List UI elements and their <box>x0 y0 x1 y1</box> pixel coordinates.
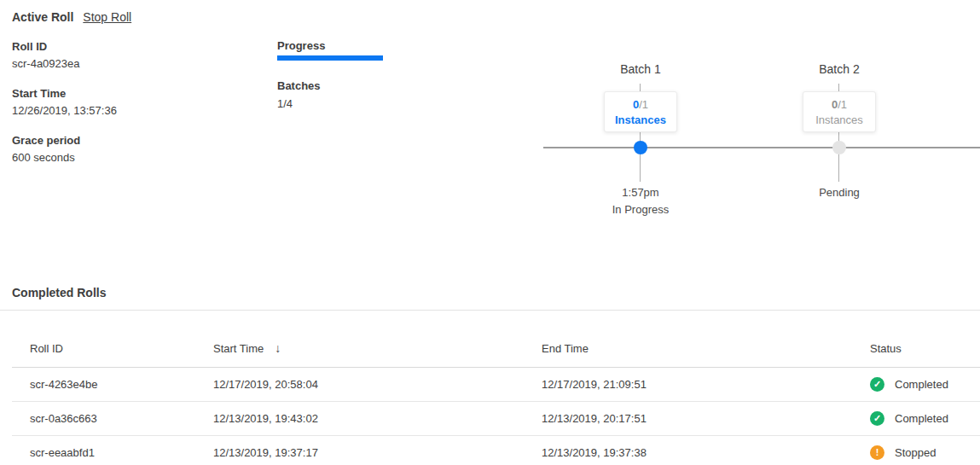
progress-bar-fill <box>277 55 383 61</box>
active-roll-header: Active Roll Stop Roll <box>12 10 131 24</box>
column-header-status: Status <box>870 342 980 355</box>
batches-value: 1/4 <box>277 96 383 113</box>
timeline-batch-2: Batch 2 0/1 Instances Pending <box>788 51 890 230</box>
roll-id-cell: scr-eeaabfd1 <box>30 446 213 459</box>
table-header-row: Roll ID Start Time ↓ End Time Status <box>12 311 980 368</box>
sort-descending-icon[interactable]: ↓ <box>275 341 281 355</box>
completed-rolls-section: Completed Rolls Roll ID Start Time ↓ End… <box>0 280 980 465</box>
progress-column: Progress Batches 1/4 <box>277 38 383 113</box>
status-cell: ! Stopped <box>870 445 980 460</box>
timeline-batch-1: Batch 1 0/1 Instances 1:57pm In Progress <box>589 51 692 230</box>
roll-id-value: scr-4a0923ea <box>12 55 117 73</box>
end-time-cell: 12/13/2019, 20:17:51 <box>542 412 870 425</box>
roll-id-label: Roll ID <box>12 38 117 55</box>
check-circle-icon: ✓ <box>870 411 884 426</box>
batch-2-tick <box>838 84 839 91</box>
batch-1-tick <box>640 84 641 91</box>
active-roll-title: Active Roll <box>12 10 73 24</box>
exclamation-circle-icon: ! <box>870 445 884 460</box>
batch-timeline: Batch 1 0/1 Instances 1:57pm In Progress… <box>543 51 980 230</box>
start-time-cell: 12/13/2019, 19:43:02 <box>213 412 542 425</box>
batch-2-instance-count: 0/1 <box>803 97 875 113</box>
batch-2-time: Pending <box>788 186 890 200</box>
batch-1-status: In Progress <box>589 203 692 217</box>
start-time-value: 12/26/2019, 13:57:36 <box>12 102 117 119</box>
column-header-end-time: End Time <box>542 342 870 355</box>
end-time-cell: 12/13/2019, 19:37:38 <box>542 446 870 459</box>
batch-2-instances-card[interactable]: 0/1 Instances <box>803 91 876 132</box>
batches-label: Batches <box>277 78 383 94</box>
batch-2-instances-label: Instances <box>803 113 875 128</box>
progress-label: Progress <box>277 38 383 54</box>
end-time-cell: 12/17/2019, 21:09:51 <box>542 378 870 391</box>
progress-bar <box>277 55 383 61</box>
table-row[interactable]: scr-4263e4be 12/17/2019, 20:58:04 12/17/… <box>12 368 980 402</box>
detail-roll-id: Roll ID scr-4a0923ea <box>12 38 117 73</box>
batch-1-instances-card[interactable]: 0/1 Instances <box>604 91 677 132</box>
status-cell: ✓ Completed <box>870 377 980 392</box>
start-time-cell: 12/13/2019, 19:37:17 <box>213 446 542 459</box>
status-label: Stopped <box>895 446 936 459</box>
grace-period-label: Grace period <box>12 132 117 149</box>
batch-1-instances-label: Instances <box>605 113 676 128</box>
grace-period-value: 600 seconds <box>12 149 117 166</box>
column-header-start-time[interactable]: Start Time ↓ <box>213 341 542 355</box>
completed-rolls-title: Completed Rolls <box>12 280 980 299</box>
roll-details: Roll ID scr-4a0923ea Start Time 12/26/20… <box>12 38 117 179</box>
stop-roll-link[interactable]: Stop Roll <box>83 10 131 24</box>
status-label: Completed <box>895 412 948 425</box>
batch-1-name: Batch 1 <box>589 62 692 76</box>
batch-2-node-dot[interactable] <box>832 141 846 154</box>
detail-grace-period: Grace period 600 seconds <box>12 132 117 166</box>
start-time-label: Start Time <box>12 85 117 102</box>
detail-start-time: Start Time 12/26/2019, 13:57:36 <box>12 85 117 119</box>
status-cell: ✓ Completed <box>870 411 980 426</box>
batch-2-stem <box>838 132 839 182</box>
batch-1-stem <box>640 132 641 182</box>
batch-2-name: Batch 2 <box>788 62 890 76</box>
batch-1-time: 1:57pm <box>589 186 692 200</box>
check-circle-icon: ✓ <box>870 377 884 392</box>
roll-id-cell: scr-0a36c663 <box>30 412 213 425</box>
batch-1-instance-count: 0/1 <box>605 97 676 113</box>
column-header-roll-id: Roll ID <box>30 342 213 355</box>
roll-id-cell: scr-4263e4be <box>30 378 213 391</box>
batch-1-node-dot[interactable] <box>634 141 647 154</box>
table-row[interactable]: scr-eeaabfd1 12/13/2019, 19:37:17 12/13/… <box>12 436 980 465</box>
table-row[interactable]: scr-0a36c663 12/13/2019, 19:43:02 12/13/… <box>12 402 980 436</box>
status-label: Completed <box>895 378 948 391</box>
completed-rolls-table: Roll ID Start Time ↓ End Time Status scr… <box>12 311 980 465</box>
start-time-cell: 12/17/2019, 20:58:04 <box>213 378 542 391</box>
